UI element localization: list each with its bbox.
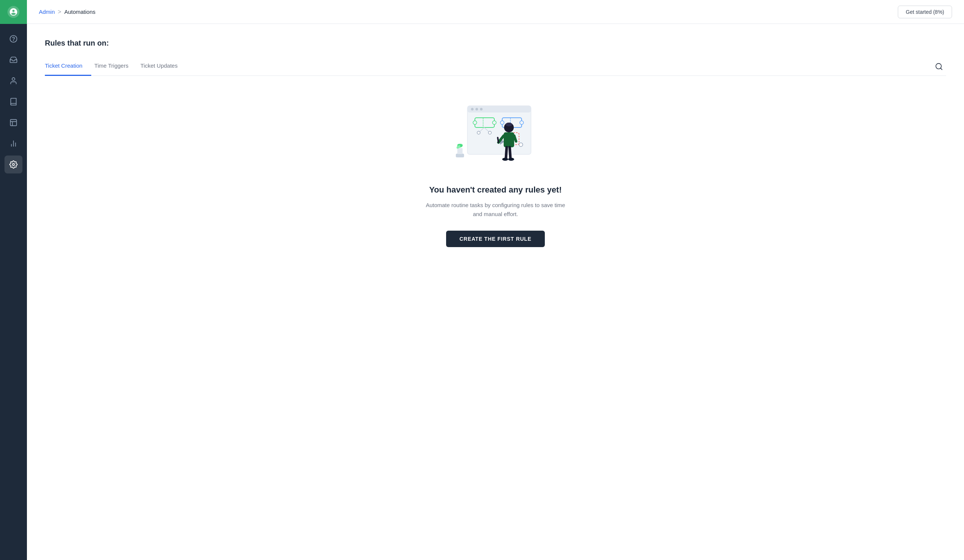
empty-state-description: Automate routine tasks by configuring ru… <box>421 201 570 219</box>
svg-line-40 <box>498 138 498 142</box>
breadcrumb: Admin > Automations <box>39 8 95 15</box>
sidebar-item-contacts[interactable] <box>5 72 23 90</box>
book-icon <box>9 98 18 106</box>
svg-point-36 <box>506 123 512 126</box>
content-area: Rules that run on: Ticket Creation Time … <box>27 24 964 560</box>
svg-point-25 <box>477 131 480 134</box>
breadcrumb-admin-link[interactable]: Admin <box>39 8 55 15</box>
sidebar-item-inbox[interactable] <box>5 51 23 69</box>
breadcrumb-separator: > <box>58 8 61 15</box>
help-circle-icon <box>9 35 18 43</box>
svg-rect-11 <box>467 106 531 155</box>
inbox-icon <box>9 56 18 64</box>
get-started-button[interactable]: Get started (8%) <box>898 6 952 18</box>
contacts-icon <box>9 77 18 85</box>
svg-point-29 <box>519 143 523 147</box>
sidebar-item-settings[interactable] <box>5 156 23 173</box>
svg-point-26 <box>489 131 491 134</box>
svg-point-14 <box>475 107 478 110</box>
tab-ticket-updates[interactable]: Ticket Updates <box>137 58 187 76</box>
tabs-list: Ticket Creation Time Triggers Ticket Upd… <box>45 58 932 75</box>
svg-line-39 <box>514 136 516 141</box>
svg-point-21 <box>520 121 524 124</box>
tabs-bar: Ticket Creation Time Triggers Ticket Upd… <box>45 58 946 76</box>
svg-rect-31 <box>457 148 462 154</box>
app-logo[interactable] <box>0 0 27 24</box>
breadcrumb-current-page: Automations <box>64 8 95 15</box>
svg-point-18 <box>492 121 496 124</box>
analytics-icon <box>9 140 18 148</box>
sidebar-nav <box>5 24 23 560</box>
sidebar-item-help[interactable] <box>5 30 23 48</box>
reports-icon <box>9 119 18 127</box>
main-wrapper: Admin > Automations Get started (8%) Rul… <box>27 0 964 560</box>
sidebar-item-reports[interactable] <box>5 114 23 132</box>
tab-ticket-creation[interactable]: Ticket Creation <box>45 58 91 76</box>
tab-time-triggers[interactable]: Time Triggers <box>91 58 137 76</box>
svg-line-10 <box>940 68 942 70</box>
illustration <box>447 98 544 173</box>
svg-point-44 <box>508 158 514 161</box>
svg-point-20 <box>500 121 504 124</box>
svg-point-15 <box>480 107 483 110</box>
search-button[interactable] <box>932 59 946 74</box>
svg-point-43 <box>502 158 508 161</box>
sidebar-item-analytics[interactable] <box>5 135 23 153</box>
svg-rect-4 <box>10 120 17 126</box>
svg-line-42 <box>510 147 510 158</box>
sidebar-item-knowledge[interactable] <box>5 93 23 111</box>
svg-line-41 <box>506 147 507 158</box>
empty-state-title: You haven't created any rules yet! <box>429 185 562 195</box>
sidebar <box>0 0 27 560</box>
svg-rect-37 <box>504 132 514 147</box>
page-title: Rules that run on: <box>45 39 946 47</box>
svg-rect-30 <box>456 154 464 157</box>
create-first-rule-button[interactable]: CREATE THE FIRST RULE <box>446 231 545 247</box>
search-icon <box>935 62 943 71</box>
topbar: Admin > Automations Get started (8%) <box>27 0 964 24</box>
svg-point-2 <box>13 41 14 41</box>
svg-point-3 <box>12 78 15 80</box>
empty-state: You haven't created any rules yet! Autom… <box>45 76 946 262</box>
svg-point-8 <box>12 163 15 166</box>
settings-icon <box>9 160 18 169</box>
svg-point-17 <box>473 121 477 124</box>
svg-point-13 <box>471 107 474 110</box>
